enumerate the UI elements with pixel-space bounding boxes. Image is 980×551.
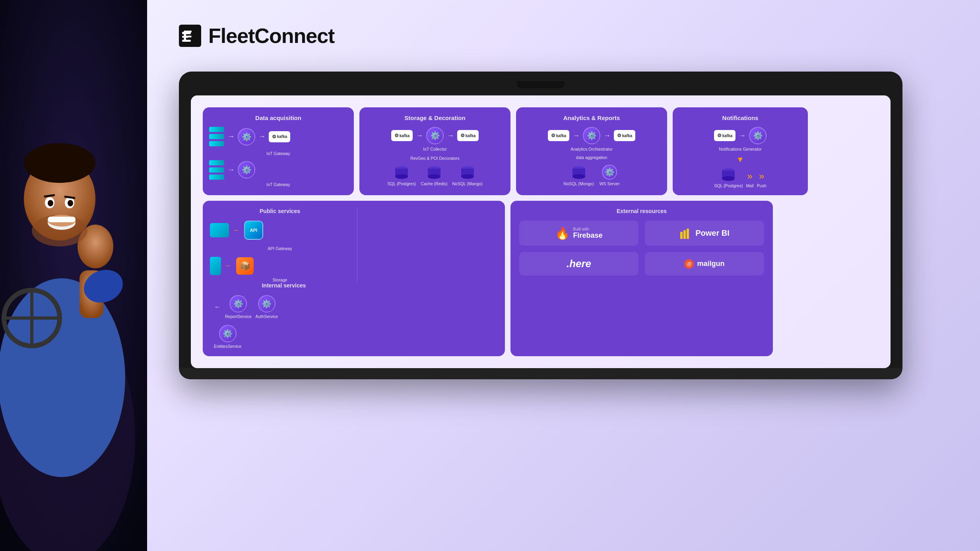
analytics-orch-label: Analytics Orchiestrator xyxy=(522,147,661,152)
arrow-8: → xyxy=(739,132,746,140)
svg-rect-43 xyxy=(687,229,689,239)
photo-section xyxy=(0,0,147,551)
nosql-mongo-label: NoSQL (Mongo) xyxy=(564,181,594,186)
internal-services-title: Internal services xyxy=(214,282,354,289)
kafka-icon-2: ⚙kafka xyxy=(391,130,413,141)
iot-collector-label: IoT Collector xyxy=(366,147,504,152)
svg-point-31 xyxy=(428,174,441,179)
arrow-to-report: ← xyxy=(214,303,221,311)
db-icon-cache-redis xyxy=(427,165,441,180)
here-label: .here xyxy=(567,258,591,270)
mailgun-icon: @ xyxy=(684,259,694,269)
analytics-reports-card: Analytics & Reports ⚙kafka → ⚙️ → ⚙kafka xyxy=(516,107,667,195)
kafka-icon-5: ⚙kafka xyxy=(614,130,635,141)
push-icon: » xyxy=(759,171,764,182)
storage-decoration-card: Storage & Decoration ⚙kafka → ⚙️ → ⚙kafk… xyxy=(359,107,510,195)
here-item: .here xyxy=(519,252,638,276)
arrow-2: → xyxy=(258,132,266,141)
kafka-icon-1: ⚙kafka xyxy=(269,131,290,142)
svg-rect-10 xyxy=(48,217,76,222)
public-services-title: Public services xyxy=(210,208,350,214)
monitor-icon xyxy=(210,223,229,237)
analytics-orch-icon: ⚙️ xyxy=(583,127,600,144)
analytics-reports-title: Analytics & Reports xyxy=(522,114,661,121)
db-icon-sql-postgres-notif xyxy=(721,167,735,182)
laptop-notch xyxy=(517,81,565,88)
sql-postgres-notif-label: SQL (Postgres) xyxy=(714,183,743,188)
auth-service-icon: ⚙️ xyxy=(258,295,276,312)
notif-gen-icon: ⚙️ xyxy=(749,127,767,144)
logo-area: F FleetConnect xyxy=(179,24,334,48)
left-arrow-1: ← xyxy=(233,226,240,235)
svg-point-37 xyxy=(572,174,585,179)
svg-point-28 xyxy=(395,174,408,179)
storage-label: Storage xyxy=(210,277,350,283)
phone-icon xyxy=(210,257,221,275)
svg-rect-42 xyxy=(683,230,686,239)
nosql-mango-label: NoSQL (Mango) xyxy=(452,181,483,186)
report-service-label: ReportService xyxy=(225,314,252,319)
external-resources-card: External resources 🔥 Built with Firebase xyxy=(510,201,773,356)
external-resources-title: External resources xyxy=(519,208,764,214)
iot-gateway-label-1: IoT Gateway xyxy=(209,151,347,156)
iot-collector-icon: ⚙️ xyxy=(426,127,444,144)
svg-rect-25 xyxy=(182,40,191,42)
data-agg-label: data aggregation xyxy=(522,155,661,160)
storage-icon: 📦 xyxy=(236,257,254,275)
ws-server-icon: ⚙️ xyxy=(602,165,617,180)
powerbi-icon xyxy=(679,227,692,240)
mail-icon: » xyxy=(747,171,752,182)
external-grid: 🔥 Built with Firebase xyxy=(519,221,764,276)
bottom-left-card: Public services ← API API Gateway xyxy=(203,201,505,356)
data-acquisition-title: Data acquisition xyxy=(209,114,347,121)
arrow-1: → xyxy=(227,132,235,141)
mailgun-item: @ mailgun xyxy=(645,252,764,276)
svg-point-13 xyxy=(48,200,53,206)
arrow-5: → xyxy=(447,132,454,140)
db-icon-nosql-mongo xyxy=(572,165,586,180)
brand-name: FleetConnect xyxy=(208,24,334,48)
kafka-icon-4: ⚙kafka xyxy=(548,130,569,141)
section-divider xyxy=(357,208,357,282)
entities-service-icon: ⚙️ xyxy=(219,325,237,342)
iot-gateway-icon-1: ⚙️ xyxy=(238,128,255,146)
db-icon-sql-postgres xyxy=(394,165,409,180)
internal-services-section: Internal services ← ⚙️ ReportService ⚙️ … xyxy=(210,282,354,349)
bottom-cards-row: Public services ← API API Gateway xyxy=(203,201,879,356)
svg-point-14 xyxy=(68,200,73,206)
storage-decoration-title: Storage & Decoration xyxy=(366,114,504,121)
left-arrow-2: ← xyxy=(225,262,232,270)
firebase-built-label: Built with xyxy=(573,227,602,231)
powerbi-label: Power BI xyxy=(695,229,730,238)
arrow-down: ▼ xyxy=(679,155,801,164)
arrow-6: → xyxy=(572,132,580,140)
laptop-base xyxy=(179,368,902,379)
brand-logo-icon: F xyxy=(179,25,201,47)
firebase-icon: 🔥 xyxy=(555,226,570,240)
kafka-icon-3: ⚙kafka xyxy=(457,130,479,141)
svg-point-2 xyxy=(0,278,125,477)
arrow-3: → xyxy=(227,166,235,174)
powerbi-item: Power BI xyxy=(645,221,764,246)
background-photo xyxy=(0,0,147,551)
auth-service-label: AuthService xyxy=(256,314,278,319)
api-gateway-label: API Gateway xyxy=(210,246,350,251)
entities-service-label: EntitiesService xyxy=(214,344,241,349)
data-acquisition-card: Data acquisition → ⚙️ → ⚙kafka xyxy=(203,107,354,195)
notifications-card: Notifications ⚙kafka → ⚙️ Notifications … xyxy=(673,107,808,195)
api-gateway-icon: API xyxy=(244,221,263,240)
revgeo-label: RevGeo & POI Decorators xyxy=(366,156,504,161)
laptop-frame: Data acquisition → ⚙️ → ⚙kafka xyxy=(179,72,902,379)
iot-gateway-label-2: IoT Gateway xyxy=(209,182,347,187)
notif-gen-label: Notifications Generator xyxy=(679,147,801,152)
mailgun-label: mailgun xyxy=(697,260,724,268)
svg-rect-24 xyxy=(182,36,188,38)
public-services-section: Public services ← API API Gateway xyxy=(210,208,354,282)
cache-redis-label: Cache (Redis) xyxy=(421,181,447,186)
firebase-text: Built with Firebase xyxy=(573,227,602,240)
notifications-title: Notifications xyxy=(679,114,801,121)
firebase-name-label: Firebase xyxy=(573,231,602,240)
arrow-4: → xyxy=(416,132,423,140)
ws-server-label: WS Server xyxy=(600,181,620,186)
arrow-7: → xyxy=(604,132,611,140)
